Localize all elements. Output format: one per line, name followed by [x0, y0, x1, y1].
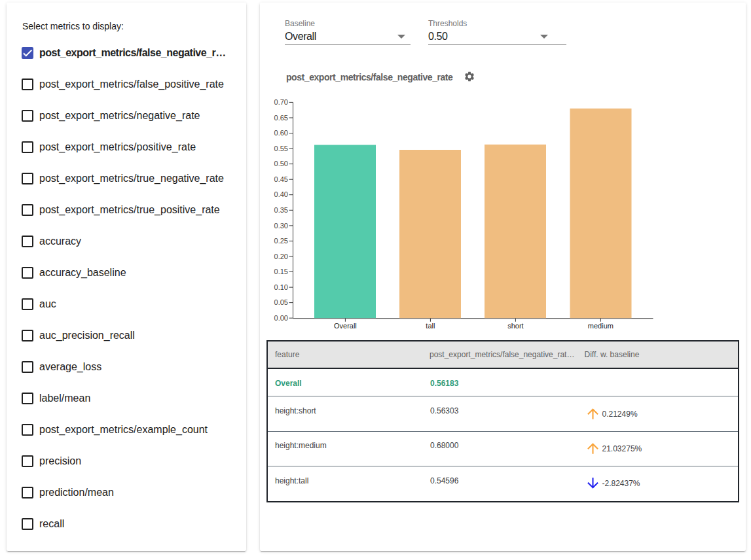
svg-text:0.00: 0.00 [274, 314, 288, 322]
svg-text:0.45: 0.45 [274, 175, 288, 183]
svg-text:0.35: 0.35 [274, 206, 288, 214]
svg-text:0.65: 0.65 [274, 114, 288, 122]
svg-text:0.55: 0.55 [274, 145, 288, 152]
svg-text:0.70: 0.70 [274, 98, 288, 106]
svg-text:0.10: 0.10 [274, 283, 288, 291]
svg-text:0.15: 0.15 [274, 268, 288, 275]
svg-text:0.20: 0.20 [274, 253, 288, 260]
svg-text:Overall: Overall [334, 322, 357, 330]
svg-text:0.25: 0.25 [274, 237, 288, 245]
svg-text:0.30: 0.30 [274, 222, 288, 230]
svg-text:tall: tall [426, 322, 435, 330]
svg-text:0.50: 0.50 [274, 160, 288, 167]
svg-text:0.60: 0.60 [274, 129, 288, 137]
svg-text:0.05: 0.05 [274, 298, 288, 306]
svg-text:0.40: 0.40 [274, 190, 288, 198]
svg-text:medium: medium [588, 322, 614, 330]
svg-text:short: short [507, 322, 523, 330]
